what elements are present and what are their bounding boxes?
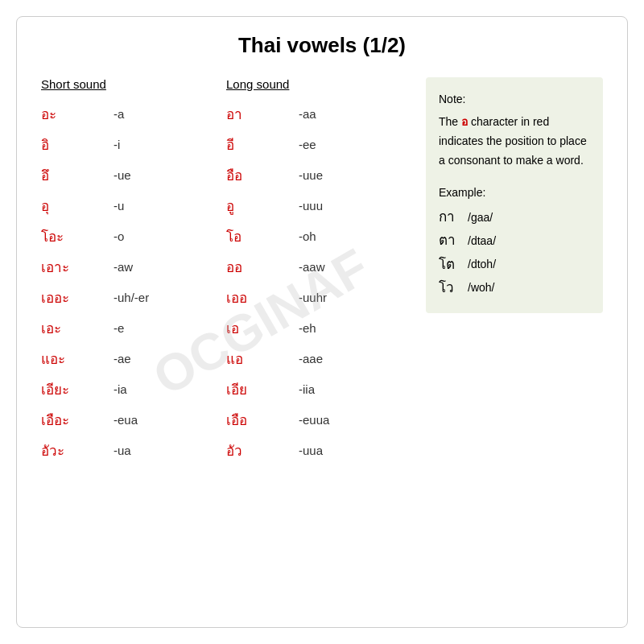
content-area: Short sound Long sound อะ -a อา -aa อิ -…	[41, 77, 603, 468]
short-thai-7: เอะ	[41, 317, 114, 339]
example-roman-0: /gaa/	[468, 208, 493, 226]
short-thai-1: อิ	[41, 134, 114, 155]
long-thai-0: อา	[226, 103, 299, 125]
example-title: Example:	[439, 184, 590, 201]
example-thai-0: กา	[439, 206, 461, 228]
short-thai-5: เอาะ	[41, 256, 114, 278]
long-thai-3: อู	[226, 195, 299, 217]
short-roman-10: -eua	[114, 413, 226, 427]
long-thai-1: อี	[226, 134, 299, 155]
short-roman-6: -uh/-er	[114, 291, 226, 304]
short-roman-11: -ua	[114, 444, 226, 457]
example-roman-1: /dtaa/	[468, 232, 496, 250]
short-roman-2: -ue	[114, 168, 226, 182]
short-thai-9: เอียะ	[41, 378, 114, 400]
long-thai-2: อือ	[226, 164, 299, 186]
short-thai-3: อุ	[41, 195, 114, 217]
example-item: โต /dtoh/	[439, 254, 590, 275]
note-box: Note: The อ character in red indicates t…	[426, 77, 603, 313]
long-thai-5: ออ	[226, 256, 299, 278]
long-roman-2: -uue	[299, 168, 387, 182]
long-thai-6: เออ	[226, 287, 299, 308]
long-roman-11: -uua	[299, 444, 387, 457]
long-thai-7: เอ	[226, 317, 299, 339]
example-thai-3: โว	[439, 277, 461, 299]
vowel-row: โอะ -o โอ -oh	[41, 223, 410, 249]
page-container: OCGINAF Thai vowels (1/2) Short sound Lo…	[16, 16, 628, 628]
short-roman-3: -u	[114, 199, 226, 213]
vowel-row: อะ -a อา -aa	[41, 101, 410, 126]
long-roman-1: -ee	[299, 138, 387, 151]
short-roman-0: -a	[114, 107, 226, 121]
vowel-row: เอือะ -eua เอือ -euua	[41, 407, 410, 432]
columns-header: Short sound Long sound	[41, 77, 410, 91]
long-roman-0: -aa	[299, 107, 387, 121]
vowel-row: อิ -i อี -ee	[41, 131, 410, 157]
long-sound-header: Long sound	[226, 77, 387, 91]
long-roman-9: -iia	[299, 382, 387, 396]
example-item: กา /gaa/	[439, 206, 590, 228]
short-roman-1: -i	[114, 138, 226, 151]
vowel-row: เอาะ -aw ออ -aaw	[41, 254, 410, 279]
short-roman-8: -ae	[114, 352, 226, 365]
short-roman-4: -o	[114, 229, 226, 243]
short-thai-6: เออะ	[41, 287, 114, 308]
long-thai-4: โอ	[226, 225, 299, 247]
example-item: ตา /dtaa/	[439, 229, 590, 251]
short-thai-10: เอือะ	[41, 409, 114, 431]
vowel-row: แอะ -ae แอ -aae	[41, 345, 410, 371]
short-thai-0: อะ	[41, 103, 114, 125]
short-roman-9: -ia	[114, 382, 226, 396]
short-sound-header: Short sound	[41, 77, 226, 91]
example-item: โว /woh/	[439, 277, 590, 299]
short-thai-2: อึ	[41, 164, 114, 186]
short-roman-7: -e	[114, 321, 226, 335]
short-thai-8: แอะ	[41, 348, 114, 369]
note-red-char: อ	[461, 115, 468, 128]
example-thai-2: โต	[439, 254, 461, 275]
long-roman-10: -euua	[299, 413, 387, 427]
vowel-row: เออะ -uh/-er เออ -uuhr	[41, 284, 410, 310]
long-thai-8: แอ	[226, 348, 299, 369]
vowel-row: อึ -ue อือ -uue	[41, 162, 410, 188]
note-title: Note:	[439, 90, 590, 108]
note-text: The อ character in red indicates the pos…	[439, 113, 590, 170]
long-roman-7: -eh	[299, 321, 387, 335]
long-thai-9: เอีย	[226, 378, 299, 400]
short-roman-5: -aw	[114, 260, 226, 274]
example-roman-3: /woh/	[468, 279, 494, 296]
example-thai-1: ตา	[439, 229, 461, 251]
example-roman-2: /dtoh/	[468, 255, 496, 273]
vowels-table: Short sound Long sound อะ -a อา -aa อิ -…	[41, 77, 410, 468]
vowel-row: อุ -u อู -uuu	[41, 192, 410, 218]
vowel-row: เอะ -e เอ -eh	[41, 315, 410, 341]
vowel-row: เอียะ -ia เอีย -iia	[41, 376, 410, 402]
examples-container: กา /gaa/ ตา /dtaa/ โต /dtoh/ โว /woh/	[439, 206, 590, 299]
long-roman-5: -aaw	[299, 260, 387, 274]
vowel-rows-container: อะ -a อา -aa อิ -i อี -ee อึ -ue อือ -uu…	[41, 101, 410, 463]
vowel-row: อัวะ -ua อัว -uua	[41, 437, 410, 463]
page-title: Thai vowels (1/2)	[41, 33, 603, 58]
short-thai-4: โอะ	[41, 225, 114, 247]
long-thai-11: อัว	[226, 440, 299, 461]
short-thai-11: อัวะ	[41, 440, 114, 461]
long-thai-10: เอือ	[226, 409, 299, 431]
long-roman-8: -aae	[299, 352, 387, 365]
long-roman-4: -oh	[299, 229, 387, 243]
long-roman-6: -uuhr	[299, 291, 387, 304]
long-roman-3: -uuu	[299, 199, 387, 213]
note-text-before: The	[439, 115, 461, 128]
